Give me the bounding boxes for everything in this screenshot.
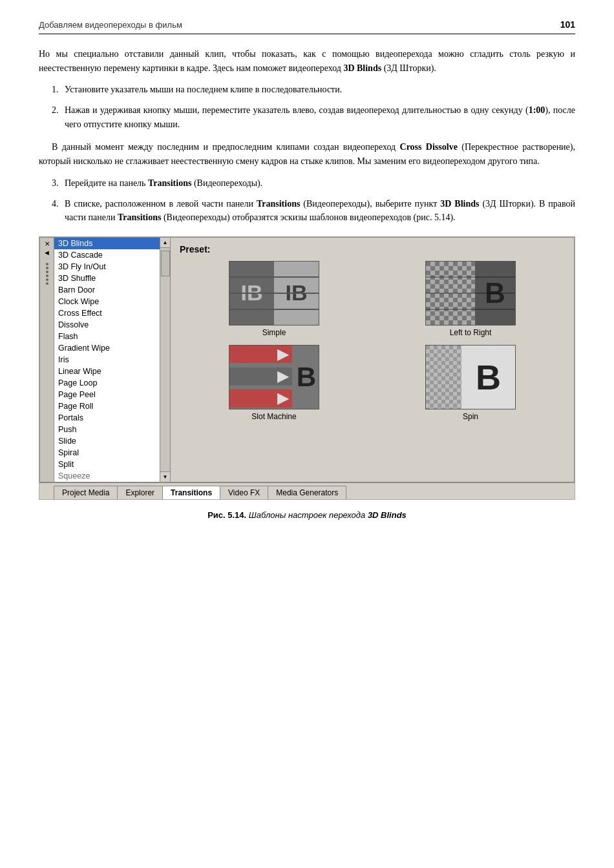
steps-list-2: 3. Перейдите на панель Transitions (Виде… (39, 176, 575, 225)
transitions-panel: ✕ ◄ 3D Blinds 3D Cascade 3D Fl (39, 237, 575, 482)
dot (46, 274, 48, 277)
list-item: 3. Перейдите на панель Transitions (Виде… (39, 176, 575, 191)
tab-project-media[interactable]: Project Media (54, 486, 118, 499)
tab-video-fx[interactable]: Video FX (220, 486, 268, 499)
list-item-portals[interactable]: Portals (54, 412, 170, 424)
preset-item-simple[interactable]: IB IB (180, 261, 368, 337)
step-number: 4. (39, 197, 65, 211)
list-item-push[interactable]: Push (54, 424, 170, 435)
transitions-list: 3D Blinds 3D Cascade 3D Fly In/Out 3D Sh… (54, 238, 170, 482)
list-item-barn-door[interactable]: Barn Door (54, 284, 170, 296)
list-item-page-roll[interactable]: Page Roll (54, 400, 170, 412)
preset-item-slot[interactable]: ▶ ▶ ▶ B (180, 345, 368, 421)
step-text: В списке, расположенном в левой части па… (65, 197, 575, 225)
preset-grid: IB IB (180, 261, 565, 421)
list-item-dissolve[interactable]: Dissolve (54, 319, 170, 331)
step-text: Нажав и удерживая кнопку мыши, перемести… (65, 103, 575, 131)
tab-explorer[interactable]: Explorer (117, 486, 163, 499)
list-item: 1. Установите указатель мыши на последне… (39, 83, 575, 97)
step-text: Перейдите на панель Transitions (Видеопе… (65, 176, 575, 191)
steps-list-1: 1. Установите указатель мыши на последне… (39, 83, 575, 131)
scrollbar-thumb[interactable] (161, 251, 170, 276)
scrollbar-down-button[interactable]: ▼ (160, 471, 170, 482)
preset-label-slot: Slot Machine (251, 412, 296, 421)
preset-label-simple: Simple (262, 328, 286, 337)
list-item-page-loop[interactable]: Page Loop (54, 377, 170, 389)
step-number: 2. (39, 103, 65, 118)
list-item-gradient-wipe[interactable]: Gradient Wipe (54, 342, 170, 354)
panel-left-bar: ✕ ◄ (40, 238, 54, 482)
preset-label-spin: Spin (463, 412, 478, 421)
preset-thumbnail-spin[interactable]: B (425, 345, 516, 409)
preset-label-ltr: Left to Right (450, 328, 492, 337)
list-item-cross-effect[interactable]: Cross Effect (54, 307, 170, 319)
scrollbar[interactable]: ▲ ▼ (160, 238, 170, 482)
intro-paragraph: Но мы специально отставили данный клип, … (39, 47, 575, 75)
preset-thumbnail-simple[interactable]: IB IB (229, 261, 319, 326)
list-item-spiral[interactable]: Spiral (54, 447, 170, 459)
tab-media-generators[interactable]: Media Generators (268, 486, 346, 499)
step-text: Установите указатель мыши на последнем к… (65, 83, 575, 97)
dot (46, 271, 48, 273)
panel-list-scroll[interactable]: 3D Blinds 3D Cascade 3D Fly In/Out 3D Sh… (54, 238, 170, 482)
preset-item-spin[interactable]: B Spin (376, 345, 565, 421)
list-item-3d-cascade[interactable]: 3D Cascade (54, 249, 170, 261)
list-item-split[interactable]: Split (54, 459, 170, 470)
panel-tabbar: Project Media Explorer Transitions Video… (39, 482, 575, 499)
panel-dots (46, 263, 48, 285)
preset-title: Preset: (180, 244, 565, 254)
caption-text: Шаблоны настроек перехода 3D Blinds (249, 510, 407, 520)
dot (46, 267, 48, 269)
arrow-left-icon[interactable]: ◄ (43, 249, 50, 256)
header-page-number: 101 (560, 19, 575, 30)
figure-caption: Рис. 5.14. Шаблоны настроек перехода 3D … (39, 510, 575, 520)
preset-thumbnail-slot[interactable]: ▶ ▶ ▶ B (229, 345, 319, 409)
list-item-squeeze[interactable]: Squeeze (54, 470, 170, 482)
panel-preset-section: Preset: IB IB (171, 238, 574, 482)
caption-transition-name: 3D Blinds (368, 510, 407, 520)
list-item-iris[interactable]: Iris (54, 354, 170, 366)
scrollbar-up-button[interactable]: ▲ (160, 238, 170, 248)
close-icon[interactable]: ✕ (45, 240, 50, 247)
step-number: 1. (39, 83, 65, 97)
step-number: 3. (39, 176, 65, 191)
scrollbar-track (160, 248, 170, 482)
header-title: Добавляем видеопереходы в фильм (39, 20, 182, 30)
list-item-slide[interactable]: Slide (54, 435, 170, 447)
list-item: 2. Нажав и удерживая кнопку мыши, переме… (39, 103, 575, 131)
list-item-3d-shuffle[interactable]: 3D Shuffle (54, 273, 170, 284)
caption-label: Рис. 5.14. (207, 510, 246, 520)
page-header: Добавляем видеопереходы в фильм 101 (39, 19, 575, 34)
tab-transitions[interactable]: Transitions (162, 486, 220, 499)
preset-item-ltr[interactable]: B Left to Right (376, 261, 565, 337)
preset-thumbnail-ltr[interactable]: B (425, 261, 516, 326)
list-item-page-peel[interactable]: Page Peel (54, 389, 170, 400)
list-item-3d-fly[interactable]: 3D Fly In/Out (54, 261, 170, 273)
page: Добавляем видеопереходы в фильм 101 Но м… (0, 0, 614, 868)
dot (46, 263, 48, 265)
list-item-linear-wipe[interactable]: Linear Wipe (54, 366, 170, 377)
mid-paragraph: В данный момент между последним и предпо… (39, 140, 575, 168)
dot (46, 282, 48, 285)
list-item-flash[interactable]: Flash (54, 331, 170, 342)
panel-list-section: 3D Blinds 3D Cascade 3D Fly In/Out 3D Sh… (54, 238, 171, 482)
list-item: 4. В списке, расположенном в левой части… (39, 197, 575, 225)
list-item-clock-wipe[interactable]: Clock Wipe (54, 296, 170, 307)
dot (46, 278, 48, 281)
list-item-3d-blinds[interactable]: 3D Blinds (54, 238, 170, 249)
figure-wrapper: ✕ ◄ 3D Blinds 3D Cascade 3D Fl (39, 236, 575, 500)
